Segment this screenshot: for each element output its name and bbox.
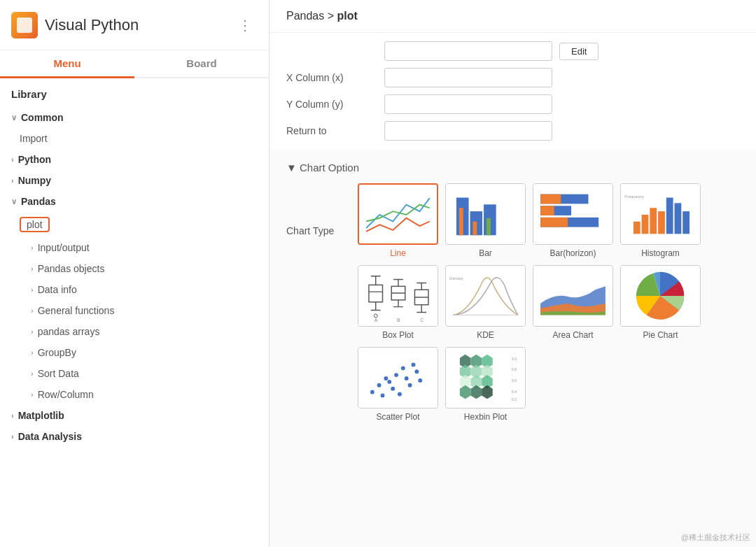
- chart-name-bar-horizon: Bar(horizon): [550, 248, 596, 258]
- edit-button[interactable]: Edit: [559, 43, 598, 60]
- svg-rect-23: [666, 198, 673, 234]
- tabs: Menu Board: [0, 50, 269, 78]
- chart-name-histogram: Histogram: [641, 248, 680, 258]
- chart-thumb-bar: [445, 183, 526, 245]
- sidebar-item-python[interactable]: › Python: [0, 149, 269, 170]
- svg-point-56: [377, 383, 382, 388]
- sidebar-item-data-info[interactable]: › Data info: [0, 279, 269, 300]
- chart-grid: Line Bar: [358, 183, 722, 422]
- chart-item-bar[interactable]: Bar: [445, 183, 526, 258]
- chevron-right-icon: ›: [31, 306, 34, 315]
- form-row-x: X Column (x): [286, 68, 739, 87]
- svg-point-59: [394, 373, 398, 377]
- chart-thumb-kde: Density: [445, 265, 526, 327]
- chart-item-hexbin-plot[interactable]: 1.0 0.8 0.6 0.4 0.2: [445, 347, 526, 422]
- chart-thumb-pie-chart: [620, 265, 701, 327]
- svg-text:1.0: 1.0: [512, 357, 517, 361]
- sidebar-item-common[interactable]: ∨ Common: [0, 107, 269, 128]
- svg-point-63: [412, 363, 416, 367]
- svg-rect-54: [358, 348, 437, 408]
- chart-thumb-box-plot: A B: [358, 265, 438, 327]
- sidebar-item-matplotlib[interactable]: › Matplotlib: [0, 405, 269, 426]
- svg-rect-1: [17, 17, 32, 33]
- sidebar-item-numpy[interactable]: › Numpy: [0, 170, 269, 191]
- chart-name-scatter-plot: Scatter Plot: [376, 412, 419, 422]
- svg-rect-49: [446, 266, 524, 326]
- svg-point-61: [401, 366, 405, 370]
- chart-name-pie-chart: Pie Chart: [643, 330, 678, 340]
- svg-text:0.2: 0.2: [512, 398, 517, 402]
- sidebar-item-import[interactable]: Import: [0, 128, 269, 149]
- sidebar-item-row-column[interactable]: › Row/Column: [0, 384, 269, 405]
- chart-item-box-plot[interactable]: A B: [358, 265, 438, 340]
- sidebar-item-pandas-arrays[interactable]: › pandas arrays: [0, 321, 269, 342]
- form-section: Edit X Column (x) Y Column (y) Return to: [270, 33, 756, 150]
- tab-menu[interactable]: Menu: [0, 50, 134, 78]
- svg-text:0.8: 0.8: [512, 368, 517, 371]
- svg-point-68: [398, 392, 402, 397]
- sidebar-item-pandas[interactable]: ∨ Pandas: [0, 191, 269, 212]
- chart-item-line[interactable]: Line: [358, 183, 438, 258]
- chevron-right-icon: ›: [31, 327, 34, 336]
- chart-type-row: Chart Type Line: [286, 183, 739, 422]
- chart-item-area-chart[interactable]: Area Chart: [533, 265, 613, 340]
- sidebar-item-pandas-objects[interactable]: › Pandas objects: [0, 258, 269, 279]
- plot-box: plot: [20, 217, 50, 232]
- svg-point-66: [418, 378, 422, 383]
- app-header: Visual Python ⋮: [0, 0, 269, 50]
- form-input-x[interactable]: [384, 68, 552, 87]
- tab-board[interactable]: Board: [134, 50, 269, 78]
- logo-icon: [11, 12, 38, 38]
- svg-point-58: [387, 380, 391, 384]
- svg-point-57: [381, 393, 385, 397]
- chart-item-histogram[interactable]: Frequency Histogram: [620, 183, 701, 258]
- form-input-top[interactable]: [384, 41, 552, 61]
- chevron-right-icon: ›: [31, 348, 34, 357]
- chevron-right-icon: ›: [31, 369, 34, 378]
- chevron-right-icon: ›: [11, 176, 14, 185]
- chevron-down-icon: ∨: [11, 113, 17, 122]
- svg-text:Frequency: Frequency: [624, 194, 644, 199]
- svg-point-55: [370, 390, 374, 395]
- svg-rect-26: [358, 266, 437, 326]
- form-row-top: Edit: [286, 41, 739, 61]
- chart-name-area-chart: Area Chart: [552, 330, 593, 340]
- chart-item-kde[interactable]: Density KDE: [445, 265, 526, 340]
- svg-text:Density: Density: [449, 276, 463, 280]
- chart-item-scatter-plot[interactable]: Scatter Plot: [358, 347, 438, 422]
- form-row-y: Y Column (y): [286, 94, 739, 114]
- sidebar-content: ∨ Common Import › Python › Numpy ∨ Panda…: [0, 104, 269, 547]
- form-label-y: Y Column (y): [286, 99, 377, 110]
- chart-option-title: ▼ Chart Option: [286, 162, 739, 173]
- sidebar-item-inputoutput[interactable]: › Input/output: [0, 237, 269, 258]
- chart-name-bar: Bar: [479, 248, 492, 258]
- library-label: Library: [0, 78, 269, 104]
- chart-type-label: Chart Type: [286, 183, 349, 236]
- chart-name-line: Line: [390, 248, 406, 258]
- svg-rect-20: [642, 215, 649, 234]
- svg-point-64: [414, 369, 419, 374]
- more-button[interactable]: ⋮: [232, 14, 258, 36]
- chevron-down-icon: ∨: [11, 197, 17, 206]
- chart-item-pie-chart[interactable]: Pie Chart: [620, 265, 701, 340]
- sidebar-item-data-analysis[interactable]: › Data Analysis: [0, 426, 269, 447]
- sidebar-item-plot[interactable]: plot: [0, 212, 269, 237]
- chart-thumb-bar-horizon: [533, 183, 613, 245]
- svg-rect-14: [540, 194, 561, 204]
- sidebar-item-sort-data[interactable]: › Sort Data: [0, 363, 269, 384]
- svg-point-60: [391, 387, 395, 391]
- form-input-y[interactable]: [384, 94, 552, 114]
- sidebar-item-groupby[interactable]: › GroupBy: [0, 342, 269, 363]
- svg-rect-21: [650, 208, 657, 234]
- chart-thumb-area-chart: [533, 265, 613, 327]
- svg-rect-22: [658, 211, 665, 234]
- chevron-right-icon: ›: [31, 285, 34, 294]
- svg-point-62: [405, 376, 409, 381]
- chart-thumb-scatter-plot: [358, 347, 438, 409]
- chart-item-bar-horizon[interactable]: Bar(horizon): [533, 183, 613, 258]
- svg-text:C: C: [420, 318, 424, 322]
- form-input-return[interactable]: [384, 121, 552, 141]
- sidebar-item-general-functions[interactable]: › General functions: [0, 300, 269, 321]
- form-label-return: Return to: [286, 125, 377, 136]
- svg-rect-25: [682, 211, 690, 234]
